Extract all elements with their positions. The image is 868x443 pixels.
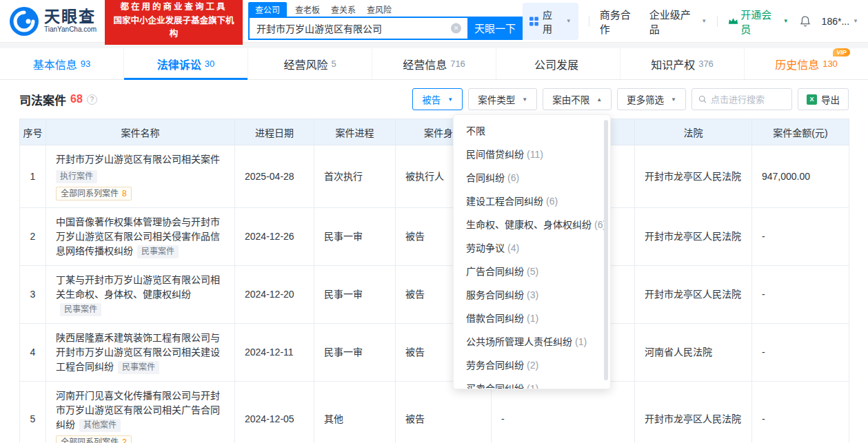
cell-progress: 首次执行 — [314, 145, 396, 208]
dropdown-item[interactable]: 生命权、健康权、身体权纠纷(6) — [454, 213, 610, 236]
main-content: 司法案件 68 ? 被告 ▼ 案件类型 ▼ 案由不限 ▲ 不限 民间借贷纠纷(1… — [0, 80, 868, 443]
chevron-down-icon: ▼ — [701, 18, 707, 24]
tab-business-info[interactable]: 经营信息 716 — [372, 48, 496, 79]
nav-open-membership[interactable]: 开通会员 ▼ — [728, 7, 788, 36]
dropdown-item[interactable]: 合同纠纷(6) — [454, 166, 610, 189]
search-area: 查公司 查老板 查关系 查风险 ✕ 天眼一下 — [248, 3, 523, 40]
series-cases-badge[interactable]: 全部同系列案件2 — [56, 435, 132, 443]
cell-court: 开封市龙亭区人民法院 — [635, 266, 752, 324]
dropdown-item-count: (1) — [527, 313, 538, 324]
tab-history-info[interactable]: 历史信息 130 VIP — [744, 48, 868, 79]
dropdown-item[interactable]: 借款合同纠纷(1) — [454, 307, 610, 330]
cell-case-name: 丁某与开封市万岁山游览区有限公司相关生命权、身体权、健康权纠纷民事案件 — [46, 266, 235, 324]
cell-progress: 其他 — [314, 382, 396, 443]
case-type-badge: 其他案件 — [79, 419, 121, 432]
search-tab-company[interactable]: 查公司 — [248, 2, 287, 17]
tab-company-development[interactable]: 公司发展 — [496, 48, 620, 79]
apps-menu-button[interactable]: 应用 ▼ — [523, 3, 578, 40]
case-search-input[interactable] — [711, 94, 785, 105]
tab-intellectual-property[interactable]: 知识产权 376 — [620, 48, 744, 79]
dropdown-item-label: 服务合同纠纷 — [466, 289, 524, 300]
chevron-down-icon: ▼ — [447, 96, 453, 103]
search-tab-risk[interactable]: 查风险 — [367, 2, 392, 17]
dropdown-item[interactable]: 公共场所管理人责任纠纷(1) — [454, 330, 610, 353]
dropdown-item[interactable]: 服务合同纠纷(3) — [454, 283, 610, 307]
search-tab-relation[interactable]: 查关系 — [331, 2, 356, 17]
dropdown-item[interactable]: 劳务合同纠纷(2) — [454, 353, 610, 377]
company-search-input[interactable] — [248, 17, 467, 40]
dropdown-item[interactable]: 民间借贷纠纷(11) — [454, 143, 610, 166]
dropdown-item-count: (6) — [507, 172, 519, 183]
filter-case-type[interactable]: 案件类型 ▼ — [468, 88, 537, 110]
filter-cause-of-action[interactable]: 案由不限 ▲ 不限 民间借贷纠纷(11) 合同纠纷(6) 建设工程合同纠纷(6)… — [543, 88, 612, 110]
clear-icon[interactable]: ✕ — [451, 23, 461, 33]
filter-more[interactable]: 更多筛选 ▼ — [617, 88, 686, 110]
cell-amount: - — [752, 324, 849, 382]
search-button[interactable]: 天眼一下 — [467, 17, 523, 40]
cell-no: 5 — [20, 382, 46, 443]
dropdown-item-count: (4) — [507, 243, 519, 254]
user-account-menu[interactable]: 186*... ▼ — [822, 16, 858, 27]
dropdown-item[interactable]: 不限 — [454, 119, 610, 143]
tab-operational-risk[interactable]: 经营风险 5 — [248, 48, 372, 79]
dropdown-item[interactable]: 劳动争议(4) — [454, 236, 610, 260]
cell-progress: 民事一审 — [314, 266, 396, 324]
dropdown-item-count: (5) — [527, 266, 538, 277]
notification-bell-icon[interactable] — [799, 15, 811, 28]
tab-basic-info[interactable]: 基本信息 93 — [0, 48, 123, 79]
col-date: 进程日期 — [235, 119, 314, 145]
slogan-banner: 都在用的商业查询工具 国家中小企业发展子基金旗下机构 — [105, 0, 243, 45]
cell-date: 2024-12-20 — [235, 266, 314, 324]
dropdown-item[interactable]: 广告合同纠纷(5) — [454, 260, 610, 283]
dropdown-item[interactable]: 买卖合同纠纷(1) — [454, 377, 610, 389]
filter-label: 被告 — [422, 92, 441, 106]
dropdown-item-count: (2) — [527, 360, 538, 371]
table-row: 5 河南开门见喜文化传播有限公司与开封市万岁山游览区有限公司相关广告合同纠纷其他… — [20, 382, 849, 443]
cell-court: 开封市龙亭区人民法院 — [635, 382, 752, 443]
tab-label: 基本信息 — [33, 56, 77, 72]
dropdown-item-label: 借款合同纠纷 — [466, 313, 524, 324]
help-icon[interactable]: ? — [87, 94, 97, 105]
cell-court: 开封市龙亭区人民法院 — [635, 145, 752, 208]
case-search-box[interactable] — [692, 88, 792, 110]
chevron-down-icon: ▼ — [853, 18, 858, 24]
filter-defendant[interactable]: 被告 ▼ — [412, 88, 463, 110]
chevron-up-icon: ▲ — [596, 96, 602, 103]
membership-label: 开通会员 — [740, 7, 779, 36]
logo-title: 天眼查 — [44, 8, 97, 25]
nav-business-cooperation[interactable]: 商务合作 — [600, 7, 639, 36]
filter-label: 案由不限 — [552, 92, 589, 106]
export-button[interactable]: X 导出 — [798, 88, 849, 110]
cell-progress: 民事一审 — [314, 208, 396, 266]
cell-amount: - — [752, 382, 849, 443]
dropdown-scrollbar[interactable] — [604, 120, 608, 380]
dropdown-item-label: 劳动争议 — [466, 243, 505, 254]
dropdown-item-count: (11) — [527, 149, 543, 160]
dropdown-item-label: 公共场所管理人责任纠纷 — [466, 336, 572, 347]
tab-count: 30 — [205, 59, 214, 69]
cell-amount: - — [752, 266, 849, 324]
col-no: 序号 — [20, 119, 46, 145]
series-count: 2 — [122, 437, 127, 443]
chevron-down-icon: ▼ — [566, 18, 572, 24]
dropdown-item[interactable]: 建设工程合同纠纷(6) — [454, 189, 610, 213]
dropdown-item-label: 劳务合同纠纷 — [466, 360, 524, 371]
export-label: 导出 — [821, 92, 840, 106]
nav-enterprise-products[interactable]: 企业级产品 ▼ — [649, 7, 707, 36]
cell-no: 1 — [20, 145, 46, 208]
cell-case-name: 中国音像著作权集体管理协会与开封市万岁山游览区有限公司相关侵害作品信息网络传播权… — [46, 208, 235, 266]
logo[interactable]: 天眼查 TianYanCha.com — [10, 7, 97, 36]
dropdown-item-count: (1) — [575, 336, 587, 347]
filter-label: 更多筛选 — [627, 92, 664, 106]
chevron-down-icon: ▼ — [783, 18, 789, 24]
chevron-down-icon: ▼ — [522, 96, 527, 103]
search-tab-boss[interactable]: 查老板 — [295, 2, 320, 17]
vip-badge: VIP — [833, 48, 850, 56]
case-link[interactable]: 丁某与开封市万岁山游览区有限公司相关生命权、身体权、健康权纠纷 — [56, 274, 220, 300]
table-header-row: 序号 案件名称 进程日期 案件进程 案件身份 法院 案件金额(元) — [20, 119, 849, 145]
filter-bar: 被告 ▼ 案件类型 ▼ 案由不限 ▲ 不限 民间借贷纠纷(11) 合同纠纷(6)… — [412, 88, 849, 110]
series-cases-badge[interactable]: 全部同系列案件8 — [56, 187, 132, 200]
top-header: 天眼查 TianYanCha.com 都在用的商业查询工具 国家中小企业发展子基… — [0, 0, 868, 43]
tab-legal-proceedings[interactable]: 法律诉讼 30 — [123, 48, 248, 79]
case-link[interactable]: 开封市万岁山游览区有限公司相关案件 — [56, 152, 225, 167]
